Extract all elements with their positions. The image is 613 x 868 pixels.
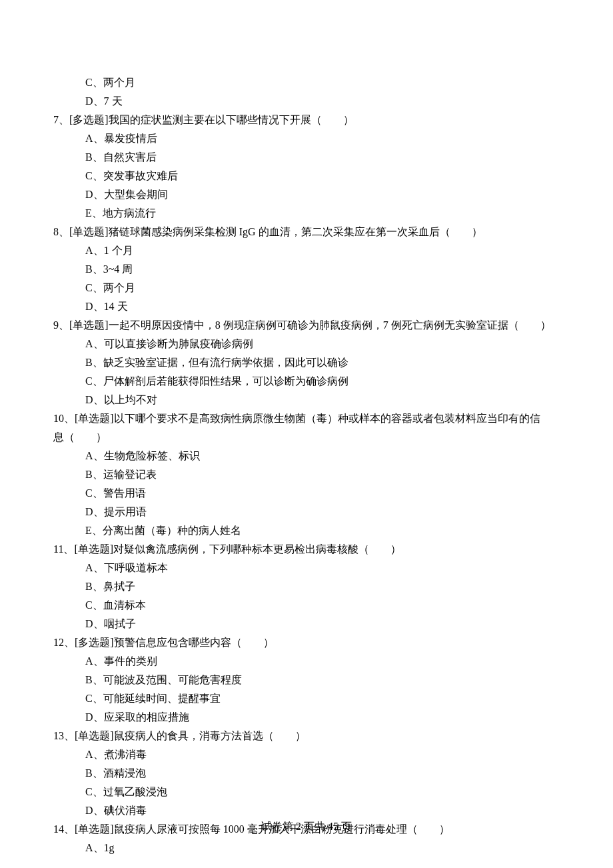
- option-text: C、血清标本: [53, 596, 560, 615]
- question-stem: 11、[单选题]对疑似禽流感病例，下列哪种标本更易检出病毒核酸（ ）: [53, 540, 560, 559]
- option-text: C、突发事故灾难后: [53, 167, 560, 185]
- option-text: D、咽拭子: [53, 615, 560, 633]
- option-text: D、14 天: [53, 297, 560, 316]
- option-text: B、3~4 周: [53, 260, 560, 279]
- question-stem: 9、[单选题]一起不明原因疫情中，8 例现症病例可确诊为肺鼠疫病例，7 例死亡病…: [53, 316, 560, 335]
- option-text: C、尸体解剖后若能获得阳性结果，可以诊断为确诊病例: [53, 372, 560, 391]
- question-stem: 7、[多选题]我国的症状监测主要在以下哪些情况下开展（ ）: [53, 111, 560, 129]
- option-text: A、1 个月: [53, 241, 560, 260]
- page-footer: 试卷第 2 页共 45 页: [0, 817, 613, 836]
- option-text: C、过氧乙酸浸泡: [53, 783, 560, 801]
- option-text: D、大型集会期间: [53, 185, 560, 204]
- option-text: E、地方病流行: [53, 204, 560, 223]
- option-text: C、可能延续时间、提醒事宜: [53, 689, 560, 708]
- option-text: C、两个月: [53, 279, 560, 297]
- question-stem: 12、[多选题]预警信息应包含哪些内容（ ）: [53, 633, 560, 652]
- option-text: D、提示用语: [53, 503, 560, 521]
- option-text: B、鼻拭子: [53, 577, 560, 596]
- option-text: B、可能波及范围、可能危害程度: [53, 671, 560, 689]
- option-text: A、生物危险标签、标识: [53, 447, 560, 465]
- option-text: D、7 天: [53, 92, 560, 111]
- option-text: A、暴发疫情后: [53, 129, 560, 148]
- exam-page: C、两个月 D、7 天 7、[多选题]我国的症状监测主要在以下哪些情况下开展（ …: [53, 73, 560, 857]
- option-text: B、运输登记表: [53, 465, 560, 484]
- question-stem-cont: 息（ ）: [53, 428, 560, 447]
- question-stem: 10、[单选题]以下哪个要求不是高致病性病原微生物菌（毒）种或样本的容器或者包装…: [53, 409, 560, 428]
- question-stem: 13、[单选题]鼠疫病人的食具，消毒方法首选（ ）: [53, 727, 560, 745]
- option-text: A、1g: [53, 839, 560, 857]
- option-text: B、自然灾害后: [53, 148, 560, 167]
- option-text: B、缺乏实验室证据，但有流行病学依据，因此可以确诊: [53, 353, 560, 372]
- option-text: D、应采取的相应措施: [53, 708, 560, 727]
- option-text: A、下呼吸道标本: [53, 559, 560, 577]
- option-text: C、警告用语: [53, 484, 560, 503]
- question-stem: 8、[单选题]猪链球菌感染病例采集检测 IgG 的血清，第二次采集应在第一次采血…: [53, 223, 560, 241]
- option-text: C、两个月: [53, 73, 560, 92]
- option-text: E、分离出菌（毒）种的病人姓名: [53, 521, 560, 540]
- option-text: A、事件的类别: [53, 652, 560, 671]
- option-text: B、酒精浸泡: [53, 764, 560, 783]
- option-text: A、煮沸消毒: [53, 745, 560, 764]
- option-text: D、以上均不对: [53, 391, 560, 409]
- option-text: A、可以直接诊断为肺鼠疫确诊病例: [53, 335, 560, 353]
